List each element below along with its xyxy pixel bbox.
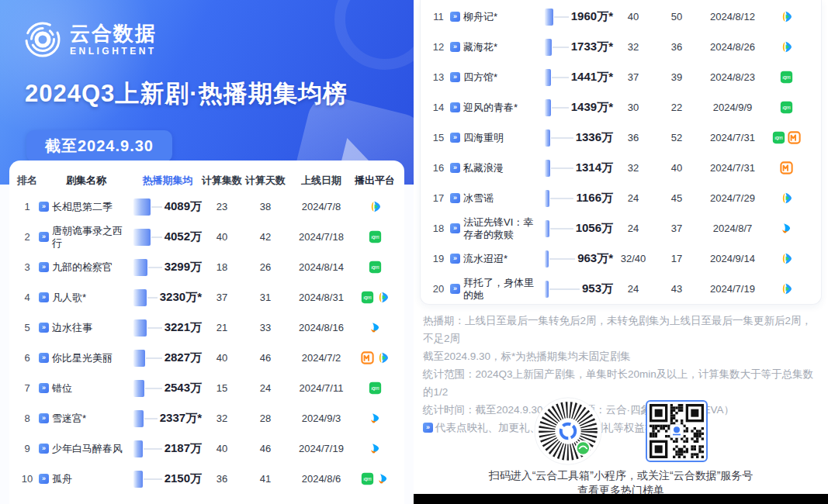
- calc-days: 31: [242, 292, 289, 303]
- hot-period-avg-value: 3230万*: [160, 290, 202, 305]
- hot-period-avg-value: 1960万*: [571, 9, 613, 24]
- hot-period-avg-bar: [133, 410, 144, 427]
- calc-days: 46: [242, 352, 289, 364]
- bar-leader-line: [148, 267, 162, 268]
- drama-title: 错位: [52, 382, 72, 395]
- drama-title: 边水往事: [52, 322, 92, 334]
- hot-period-avg-bar: [545, 220, 549, 237]
- rank: 8: [16, 413, 39, 424]
- drama-title: 藏海花*: [463, 41, 497, 54]
- benefit-badge-icon: »: [450, 254, 460, 264]
- online-date: 2024/7/29: [700, 192, 765, 204]
- table-row: 12»藏海花*1733万*32362024/8/26: [427, 32, 815, 62]
- table-row: 17»冰雪谣1166万24452024/7/29: [427, 183, 815, 213]
- calc-days: 39: [653, 71, 700, 83]
- rank: 17: [427, 192, 450, 204]
- benefit-badge-icon: »: [39, 353, 49, 363]
- online-date: 2024/7/8: [289, 201, 354, 212]
- online-date: 2024/7/11: [289, 382, 354, 394]
- hot-period-avg-bar: [133, 471, 143, 488]
- hot-period-avg-bar: [133, 198, 151, 216]
- rank: 14: [427, 102, 450, 113]
- table-row: 11»柳舟记*1960万*40502024/8/12: [427, 2, 815, 32]
- drama-title: 拜托了，身体里的她: [463, 277, 542, 301]
- online-date: 2024/8/14: [289, 261, 354, 273]
- wechat-qr-code: [646, 400, 708, 462]
- col-header-days: 计算天数: [242, 174, 289, 188]
- drama-title: 唐朝诡事录之西行: [52, 225, 131, 249]
- svg-text:iQIYI: iQIYI: [371, 387, 379, 391]
- calc-episodes: 18: [202, 261, 242, 273]
- rank: 5: [16, 322, 39, 333]
- benefit-badge-icon: »: [39, 262, 49, 272]
- benefit-badge-icon: »: [450, 163, 460, 173]
- hot-period-avg-bar: [545, 99, 551, 116]
- tencent-icon: [780, 192, 793, 205]
- table-rows-1-10: 1»长相思第二季4089万23382024/7/82»唐朝诡事录之西行4052万…: [16, 192, 398, 494]
- iqiyi-icon: iQIYI: [361, 472, 374, 485]
- calc-episodes: 37: [202, 292, 242, 303]
- hot-period-avg-bar: [133, 259, 147, 276]
- benefit-badge-icon: »: [39, 202, 49, 212]
- hot-period-avg-value: 2827万: [165, 350, 202, 365]
- hot-period-avg-bar: [545, 129, 550, 147]
- online-date: 2024/8/12: [700, 11, 765, 22]
- benefit-badge-icon: »: [450, 133, 460, 143]
- hot-period-avg-bar: [133, 229, 151, 246]
- drama-title: 四方馆*: [463, 71, 497, 84]
- mgtv-icon: [788, 131, 801, 144]
- col-header-date: 上线日期: [289, 174, 354, 188]
- rank: 3: [16, 261, 39, 273]
- table-rows-11-20: 11»柳舟记*1960万*40502024/8/1212»藏海花*1733万*3…: [427, 2, 815, 304]
- bar-leader-line: [549, 288, 580, 290]
- hot-period-avg-value: 1336万: [576, 130, 613, 145]
- hot-period-avg-value: 1166万: [576, 191, 613, 205]
- drama-title: 私藏浪漫: [463, 162, 504, 174]
- hot-period-avg-bar: [545, 160, 550, 177]
- online-date: 2024/7/19: [289, 443, 354, 454]
- left-poster-panel: 云合数据 ENLIGHTENT 2024Q3上新剧·热播期集均榜 截至2024.…: [0, 0, 414, 504]
- calc-days: 40: [653, 162, 700, 174]
- online-date: 2024/7/2: [289, 352, 354, 364]
- calc-episodes: 37: [613, 71, 653, 83]
- table-row: 15»四海重明1336万36522024/7/31iQIYI: [427, 123, 815, 153]
- footer-caption-line1: 扫码进入“云合工具箱”小程序，或关注“云合数据”服务号: [414, 468, 828, 483]
- hot-period-avg-bar: [545, 9, 553, 26]
- bar-leader-line: [144, 478, 162, 480]
- table-row: 8»雪迷宫*2337万*32282024/9/3: [16, 403, 398, 433]
- rank: 20: [427, 283, 450, 295]
- bar-leader-line: [553, 47, 569, 48]
- benefit-badge-icon: »: [450, 102, 460, 112]
- rank: 16: [427, 162, 450, 174]
- col-header-metric: 热播期集均: [133, 174, 202, 188]
- table-row: 10»孤舟2150万36412024/8/6iQIYI: [16, 464, 398, 494]
- tencent-icon: [376, 351, 390, 364]
- calc-episodes: 24: [613, 283, 653, 295]
- calc-days: 43: [653, 283, 700, 295]
- col-header-platform: 播出平台: [354, 174, 396, 188]
- table-row: 13»四方馆*1441万*37392024/8/23iQIYI: [427, 62, 815, 92]
- benefit-badge-icon: »: [39, 232, 49, 242]
- svg-text:iQIYI: iQIYI: [371, 266, 379, 270]
- drama-title: 冰雪谣: [463, 192, 494, 205]
- calc-days: 38: [242, 201, 289, 212]
- youku-icon: [369, 442, 382, 455]
- calc-days: 17: [653, 253, 700, 264]
- hot-period-avg-bar: [133, 380, 144, 397]
- online-date: 2024/7/31: [700, 132, 765, 143]
- calc-episodes: 40: [202, 231, 242, 243]
- bar-leader-line: [144, 418, 158, 419]
- iqiyi-icon: iQIYI: [369, 230, 382, 243]
- hot-period-avg-value: 1733万*: [571, 40, 613, 54]
- miniprogram-qr-code: [534, 397, 602, 465]
- calc-episodes: 30: [613, 102, 653, 113]
- rank: 15: [427, 132, 450, 143]
- svg-text:iQIYI: iQIYI: [371, 236, 379, 240]
- table-row: 4»凡人歌*3230万*37312024/8/31iQIYI: [16, 282, 398, 312]
- table-row: 3»九部的检察官3299万18262024/8/14iQIYI: [16, 252, 398, 282]
- hot-period-avg-value: 953万: [582, 281, 613, 296]
- bar-leader-line: [145, 388, 162, 389]
- benefit-badge-icon: »: [39, 292, 49, 302]
- table-row: 14»迎风的青春*1439万*30222024/9/9iQIYI: [427, 92, 815, 123]
- calc-days: 52: [653, 132, 700, 143]
